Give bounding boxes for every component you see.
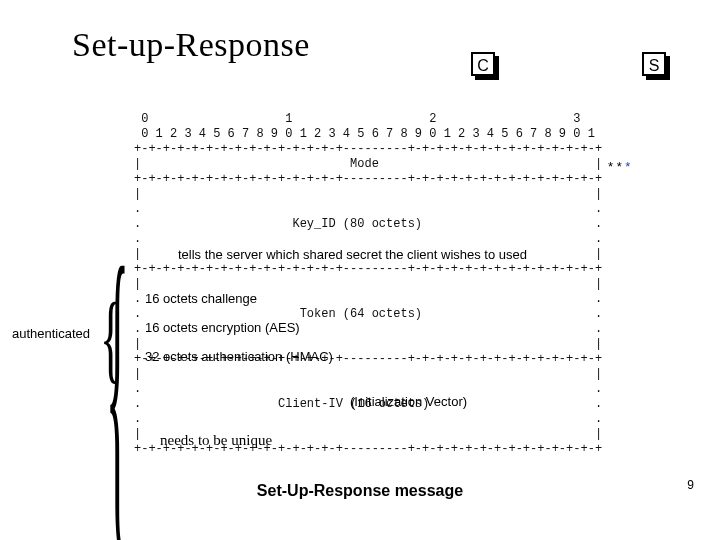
mode-footnote-stars: * * * — [608, 159, 630, 174]
annotation-key-id: tells the server which shared secret the… — [178, 247, 527, 262]
authenticated-label: authenticated — [12, 326, 90, 341]
annotation-unique: needs to be unique — [160, 432, 272, 449]
star-blue: * — [625, 159, 630, 174]
annotation-token-challenge: 16 octets challenge — [145, 291, 257, 306]
server-box: S — [642, 52, 666, 76]
client-box: C — [471, 52, 495, 76]
slide-title: Set-up-Response — [72, 26, 310, 64]
page-number: 9 — [687, 478, 694, 492]
figure-caption: Set-Up-Response message — [0, 482, 720, 500]
brace-icon: { — [100, 281, 122, 394]
star-black: * * — [608, 159, 625, 174]
annotation-token-encryption: 16 octets encryption (AES) — [145, 320, 300, 335]
annotation-iv: (Initialization Vector) — [350, 394, 467, 409]
annotation-token-hmac: 32 octets authentication (HMAC) — [145, 349, 333, 364]
